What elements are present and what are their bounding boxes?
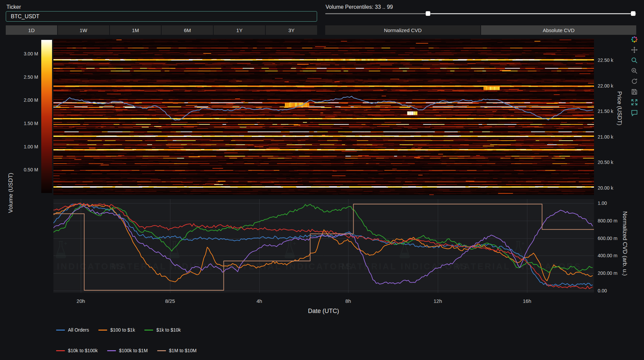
- colorbar-tick-label: 1.00 M: [15, 144, 38, 150]
- tab-normalized-cvd[interactable]: Normalized CVD: [325, 25, 480, 35]
- colorbar-tick-label: 1.50 M: [15, 120, 38, 126]
- legend-swatch: [98, 330, 107, 331]
- save-icon[interactable]: [631, 88, 638, 95]
- plotly-logo-icon[interactable]: [631, 36, 638, 43]
- cvd-ytick-label: 0.00: [598, 288, 607, 294]
- legend-item[interactable]: $100 to $1k: [98, 327, 135, 333]
- firecharts-dashboard: Ticker Volume Percentiles: 33 .. 99 1D1W…: [0, 0, 644, 360]
- legend-item[interactable]: $1k to $10k: [144, 327, 181, 333]
- legend-swatch: [56, 350, 65, 351]
- cvd-ytick-label: 400.00 m: [598, 253, 617, 259]
- legend-item[interactable]: $1M to $10M: [157, 348, 197, 353]
- ticker-label: Ticker: [6, 4, 21, 10]
- legend-label: $1k to $10k: [156, 327, 181, 333]
- zoom-in-icon[interactable]: [631, 67, 638, 74]
- cvd-xtick-label: 8h: [345, 298, 351, 304]
- modebar: [631, 36, 638, 116]
- legend-item[interactable]: $10k to $100k: [56, 348, 98, 353]
- hover-icon[interactable]: [631, 109, 638, 116]
- timeframe-1w[interactable]: 1W: [58, 25, 109, 35]
- timeframe-6m[interactable]: 6M: [162, 25, 213, 35]
- price-tick-label: 21.50 k: [598, 108, 613, 114]
- volume-heatmap-canvas[interactable]: [53, 39, 594, 195]
- colorbar-tick-label: 0.50 M: [15, 167, 38, 173]
- volume-axis-title: Volume (USDT): [7, 145, 14, 213]
- legend-row-1: All Orders$100 to $1k$1k to $10k: [56, 327, 181, 333]
- price-tick-label: 20.00 k: [598, 185, 613, 191]
- cvd-tabs: Normalized CVDAbsolute CVD: [325, 25, 636, 35]
- cvd-xtick-label: 8/25: [165, 298, 175, 304]
- legend-item[interactable]: $100k to $1M: [107, 348, 148, 353]
- slider-handle-low[interactable]: [426, 11, 430, 16]
- price-tick-label: 21.00 k: [598, 134, 613, 140]
- cvd-axis-title: Normalized CVD (arb. u.): [621, 211, 628, 286]
- price-axis-title: Price (USDT): [616, 91, 623, 145]
- legend-row-2: $10k to $100k$100k to $1M$1M to $10M: [56, 348, 197, 353]
- tab-absolute-cvd[interactable]: Absolute CVD: [481, 25, 636, 35]
- cvd-xtick-label: 16h: [523, 298, 531, 304]
- colorbar-tick-label: 3.00 M: [15, 51, 38, 57]
- cvd-xtick-label: 12h: [434, 298, 442, 304]
- legend-label: $100k to $1M: [119, 348, 148, 353]
- cvd-xtick-label: 4h: [257, 298, 262, 304]
- legend-label: $10k to $100k: [68, 348, 98, 353]
- ticker-input[interactable]: [6, 11, 317, 22]
- legend-item[interactable]: All Orders: [56, 327, 89, 333]
- colorbar-tick-label: 2.00 M: [15, 97, 38, 103]
- date-axis-title: Date (UTC): [308, 308, 339, 315]
- cvd-ytick-label: 200.00 m: [598, 270, 617, 276]
- volume-colorbar: [41, 40, 52, 193]
- volume-percentiles-label: Volume Percentiles: 33 .. 99: [326, 4, 393, 10]
- cvd-ytick-label: 600.00 m: [598, 235, 617, 241]
- box-zoom-icon[interactable]: [631, 57, 638, 64]
- cvd-ytick-label: 1.00: [598, 200, 607, 206]
- timeframe-3y[interactable]: 3Y: [266, 25, 317, 35]
- timeframe-1m[interactable]: 1M: [110, 25, 161, 35]
- slider-handle-high[interactable]: [631, 11, 636, 16]
- legend-swatch: [144, 330, 153, 331]
- colorbar-tick-label: 2.50 M: [15, 74, 38, 80]
- legend-swatch: [107, 350, 116, 351]
- timeframe-1y[interactable]: 1Y: [214, 25, 265, 35]
- legend-label: All Orders: [68, 327, 89, 333]
- price-tick-label: 22.50 k: [598, 57, 613, 63]
- cvd-xtick-label: 20h: [77, 298, 85, 304]
- autoscale-icon[interactable]: [631, 99, 638, 106]
- legend-swatch: [56, 330, 65, 331]
- legend-swatch: [157, 350, 166, 351]
- cvd-ytick-label: 800.00 m: [598, 218, 617, 224]
- legend-label: $1M to $10M: [169, 348, 197, 353]
- refresh-icon[interactable]: [631, 78, 638, 85]
- volume-percentile-slider[interactable]: [325, 10, 636, 17]
- pan-icon[interactable]: [631, 46, 638, 53]
- legend-label: $100 to $1k: [110, 327, 135, 333]
- price-tick-label: 20.50 k: [598, 159, 613, 165]
- timeframe-1d[interactable]: 1D: [6, 25, 57, 35]
- cvd-line-chart-canvas[interactable]: [53, 199, 594, 293]
- slider-selected-range: [428, 13, 633, 14]
- timeframe-buttons: 1D1W1M6M1Y3Y: [6, 25, 317, 35]
- price-tick-label: 22.00 k: [598, 83, 613, 89]
